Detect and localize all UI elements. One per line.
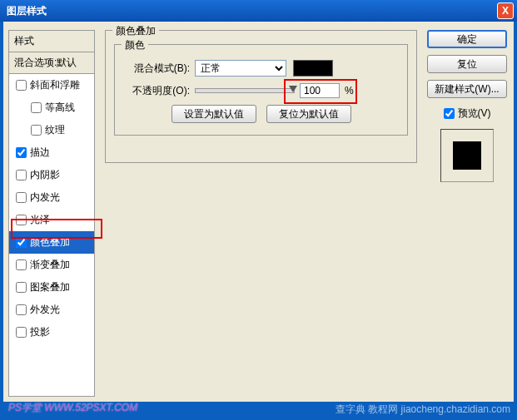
ok-button[interactable]: 确定 xyxy=(427,30,507,48)
style-label-9: 图案叠加 xyxy=(30,280,70,294)
style-label-2: 纹理 xyxy=(45,123,65,137)
styles-header: 样式 xyxy=(9,31,94,52)
style-checkbox-4[interactable] xyxy=(16,170,27,180)
blend-options-header[interactable]: 混合选项:默认 xyxy=(9,52,94,74)
style-item-7[interactable]: 颜色叠加 xyxy=(9,231,94,254)
color-group-title: 颜色 xyxy=(122,38,148,52)
style-label-1: 等高线 xyxy=(45,101,75,115)
preview-label: 预览(V) xyxy=(458,106,491,121)
style-label-3: 描边 xyxy=(30,146,50,160)
style-item-0[interactable]: 斜面和浮雕 xyxy=(9,74,94,96)
watermark-left: PS学堂 WWW.52PSXT.COM xyxy=(8,401,137,415)
preview-toggle[interactable]: 预览(V) xyxy=(444,106,491,121)
style-item-5[interactable]: 内发光 xyxy=(9,186,94,209)
styles-panel: 样式 混合选项:默认 斜面和浮雕等高线纹理描边内阴影内发光光泽颜色叠加渐变叠加图… xyxy=(8,30,95,397)
cancel-button[interactable]: 复位 xyxy=(427,55,507,73)
style-item-11[interactable]: 投影 xyxy=(9,321,94,343)
blend-mode-row: 混合模式(B): 正常 xyxy=(123,60,399,77)
style-item-4[interactable]: 内阴影 xyxy=(9,164,94,186)
style-checkbox-0[interactable] xyxy=(16,80,27,91)
style-checkbox-10[interactable] xyxy=(16,304,27,315)
opacity-row: 不透明度(O): % xyxy=(123,83,399,98)
style-checkbox-3[interactable] xyxy=(16,147,27,158)
close-button[interactable]: X xyxy=(497,2,514,19)
style-label-7: 颜色叠加 xyxy=(30,235,70,250)
style-item-3[interactable]: 描边 xyxy=(9,141,94,164)
opacity-suffix: % xyxy=(345,85,354,96)
window-title: 图层样式 xyxy=(3,4,497,18)
slider-thumb-icon[interactable] xyxy=(289,86,297,92)
close-icon: X xyxy=(502,5,509,17)
new-style-button[interactable]: 新建样式(W)... xyxy=(427,80,507,98)
reset-default-button[interactable]: 复位为默认值 xyxy=(266,105,351,123)
preview-swatch xyxy=(453,141,481,170)
style-item-2[interactable]: 纹理 xyxy=(9,119,94,141)
color-swatch[interactable] xyxy=(293,60,333,77)
center-panel: 颜色叠加 颜色 混合模式(B): 正常 不透明度(O): % xyxy=(105,30,417,397)
opacity-label: 不透明度(O): xyxy=(123,84,190,98)
right-panel: 确定 复位 新建样式(W)... 预览(V) xyxy=(425,30,509,397)
style-label-8: 渐变叠加 xyxy=(30,258,70,272)
style-checkbox-7[interactable] xyxy=(16,237,27,248)
preview-checkbox[interactable] xyxy=(444,108,455,119)
dialog-body: 样式 混合选项:默认 斜面和浮雕等高线纹理描边内阴影内发光光泽颜色叠加渐变叠加图… xyxy=(3,22,514,402)
style-checkbox-1[interactable] xyxy=(31,102,42,113)
style-item-6[interactable]: 光泽 xyxy=(9,209,94,231)
set-default-button[interactable]: 设置为默认值 xyxy=(172,105,256,123)
style-label-6: 光泽 xyxy=(30,213,50,227)
style-checkbox-5[interactable] xyxy=(16,192,27,203)
preview-box xyxy=(440,129,494,182)
default-buttons-row: 设置为默认值 复位为默认值 xyxy=(123,105,399,123)
style-item-8[interactable]: 渐变叠加 xyxy=(9,254,94,276)
color-group: 颜色 混合模式(B): 正常 不透明度(O): % xyxy=(114,44,408,136)
opacity-input[interactable] xyxy=(300,83,340,98)
color-overlay-fieldset: 颜色叠加 颜色 混合模式(B): 正常 不透明度(O): % xyxy=(105,30,417,163)
blend-mode-label: 混合模式(B): xyxy=(123,62,190,76)
opacity-slider[interactable] xyxy=(195,88,295,93)
style-item-1[interactable]: 等高线 xyxy=(9,96,94,119)
style-item-9[interactable]: 图案叠加 xyxy=(9,276,94,299)
style-item-10[interactable]: 外发光 xyxy=(9,299,94,321)
style-label-5: 内发光 xyxy=(30,190,60,205)
style-checkbox-11[interactable] xyxy=(16,327,27,338)
blend-mode-select[interactable]: 正常 xyxy=(195,60,286,77)
style-checkbox-2[interactable] xyxy=(31,125,42,136)
style-checkbox-6[interactable] xyxy=(16,215,27,225)
style-label-4: 内阴影 xyxy=(30,168,60,182)
style-checkbox-9[interactable] xyxy=(16,282,27,293)
panel-title: 颜色叠加 xyxy=(112,24,159,38)
watermark-right: 查字典 教程网 jiaocheng.chazidian.com xyxy=(336,403,510,417)
titlebar: 图层样式 X xyxy=(0,0,517,22)
style-checkbox-8[interactable] xyxy=(16,259,27,270)
style-label-0: 斜面和浮雕 xyxy=(30,78,80,92)
style-label-11: 投影 xyxy=(30,325,50,339)
style-label-10: 外发光 xyxy=(30,303,60,317)
